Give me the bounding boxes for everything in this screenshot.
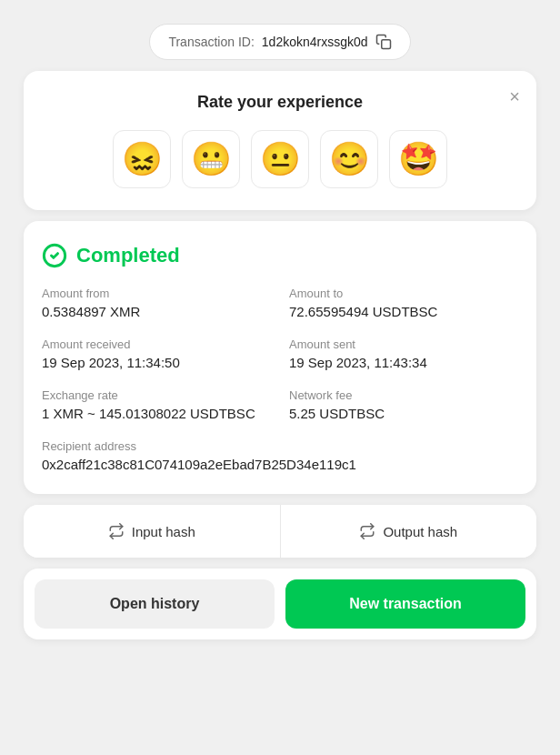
emoji-good[interactable]: 😊 <box>320 130 378 188</box>
rating-title: Rate your experience <box>197 93 363 112</box>
dates-grid: Amount received 19 Sep 2023, 11:34:50 Am… <box>42 337 518 370</box>
rating-card: × Rate your experience 😖 😬 😐 😊 🤩 <box>24 71 536 210</box>
network-fee-value: 5.25 USDTBSC <box>289 406 518 421</box>
output-hash-icon <box>359 523 375 539</box>
recipient-item: Recipient address 0x2caff21c38c81C074109… <box>42 439 518 472</box>
action-row: Open history New transaction <box>24 569 536 639</box>
emoji-neutral[interactable]: 😐 <box>251 130 309 188</box>
emoji-very-bad[interactable]: 😖 <box>113 130 171 188</box>
amount-to-item: Amount to 72.65595494 USDTBSC <box>289 287 518 319</box>
transaction-id-bar: Transaction ID: 1d2kokn4rxssgk0d <box>149 24 410 60</box>
status-row: Completed <box>42 243 518 268</box>
recipient-label: Recipient address <box>42 439 518 453</box>
output-hash-button[interactable]: Output hash <box>281 505 537 558</box>
amount-sent-item: Amount sent 19 Sep 2023, 11:43:34 <box>289 337 518 370</box>
amounts-grid: Amount from 0.5384897 XMR Amount to 72.6… <box>42 287 518 319</box>
network-fee-item: Network fee 5.25 USDTBSC <box>289 388 518 421</box>
status-text: Completed <box>76 244 180 267</box>
exchange-rate-label: Exchange rate <box>42 388 271 402</box>
hash-row: Input hash Output hash <box>24 505 536 558</box>
input-hash-label: Input hash <box>132 524 195 539</box>
svg-rect-0 <box>381 40 390 49</box>
completed-icon <box>42 243 67 268</box>
output-hash-label: Output hash <box>383 524 457 539</box>
amount-received-value: 19 Sep 2023, 11:34:50 <box>42 355 271 370</box>
emoji-great[interactable]: 🤩 <box>389 130 447 188</box>
amount-to-label: Amount to <box>289 287 518 300</box>
amount-received-item: Amount received 19 Sep 2023, 11:34:50 <box>42 337 271 370</box>
amount-from-item: Amount from 0.5384897 XMR <box>42 287 271 319</box>
transaction-id-value: 1d2kokn4rxssgk0d <box>262 35 368 49</box>
emoji-bad[interactable]: 😬 <box>182 130 240 188</box>
copy-icon[interactable] <box>375 34 392 50</box>
rate-fee-grid: Exchange rate 1 XMR ~ 145.01308022 USDTB… <box>42 388 518 421</box>
new-transaction-button[interactable]: New transaction <box>285 579 525 629</box>
network-fee-label: Network fee <box>289 388 518 402</box>
recipient-value: 0x2caff21c38c81C074109a2eEbad7B25D34e119… <box>42 457 518 472</box>
exchange-rate-value: 1 XMR ~ 145.01308022 USDTBSC <box>42 406 271 421</box>
close-button[interactable]: × <box>505 84 524 109</box>
exchange-rate-item: Exchange rate 1 XMR ~ 145.01308022 USDTB… <box>42 388 271 421</box>
amount-from-value: 0.5384897 XMR <box>42 304 271 319</box>
page-container: Transaction ID: 1d2kokn4rxssgk0d × Rate … <box>9 9 551 755</box>
input-hash-icon <box>108 523 125 539</box>
emoji-row: 😖 😬 😐 😊 🤩 <box>113 130 447 188</box>
amount-sent-value: 19 Sep 2023, 11:43:34 <box>289 355 518 370</box>
input-hash-button[interactable]: Input hash <box>24 505 280 558</box>
details-card: Completed Amount from 0.5384897 XMR Amou… <box>24 221 536 494</box>
amount-sent-label: Amount sent <box>289 337 518 351</box>
amount-to-value: 72.65595494 USDTBSC <box>289 304 518 319</box>
transaction-id-label: Transaction ID: <box>168 35 254 49</box>
amount-from-label: Amount from <box>42 287 271 300</box>
open-history-button[interactable]: Open history <box>35 579 275 629</box>
amount-received-label: Amount received <box>42 337 271 351</box>
